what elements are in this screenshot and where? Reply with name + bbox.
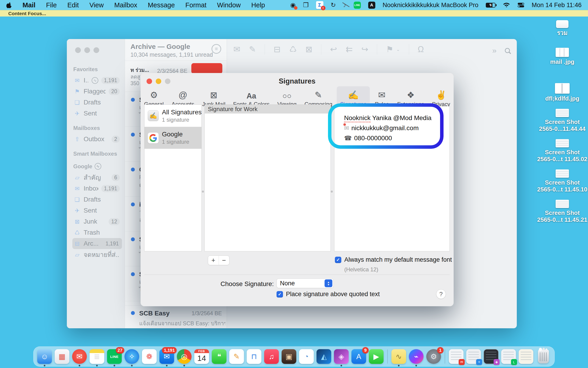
- dock-min-window-gmail[interactable]: ✉: [449, 349, 464, 364]
- dock-messages[interactable]: ❝: [212, 349, 226, 364]
- place-signature-checkbox[interactable]: ✓: [277, 291, 283, 297]
- sidebar-item-inbox-favorite[interactable]: ✉ I... ∿ 1,191: [72, 75, 122, 86]
- signature-name[interactable]: Signature for Work: [205, 105, 330, 113]
- sidebar-item-archive[interactable]: ⊟ Arc... 1,191: [72, 238, 122, 249]
- dock-mail[interactable]: ✉ 1,191: [159, 349, 174, 364]
- menu-item[interactable]: Window: [217, 1, 241, 9]
- sync-status-icon[interactable]: ∿: [95, 163, 101, 170]
- toolbar-overflow-icon[interactable]: »: [492, 46, 497, 55]
- sidebar-item-sent-mail-thai[interactable]: ▱ จดหมายที่ส่...: [72, 249, 122, 260]
- panel-resize-handle[interactable]: [202, 191, 204, 193]
- dock-affinity-photo[interactable]: ◈: [334, 349, 349, 364]
- wifi-icon[interactable]: [503, 2, 510, 8]
- sync-app-status-icon[interactable]: Σ !: [316, 1, 323, 9]
- zoom-button[interactable]: [93, 47, 99, 53]
- dock-line[interactable]: LINE 27: [107, 349, 122, 364]
- dock-safari[interactable]: ✧: [124, 349, 139, 364]
- desktop-file-screenshot-4[interactable]: Screen Shot 2565-0...t 11.45.21: [537, 200, 587, 223]
- menu-item[interactable]: View: [89, 1, 103, 9]
- dock-affinity-designer[interactable]: ◭: [317, 349, 331, 364]
- sidebar-item-inbox[interactable]: ✉ Inbox 1,191: [72, 183, 122, 194]
- menu-item[interactable]: Edit: [67, 1, 79, 9]
- sidebar-item-trash[interactable]: ♺ Trash: [72, 227, 122, 238]
- sidebar-item-sent[interactable]: ✈ Sent: [72, 205, 122, 216]
- remove-signature-button[interactable]: −: [219, 256, 229, 265]
- line-status-icon[interactable]: LINE: [354, 2, 361, 9]
- screen-record-status-icon[interactable]: ◉: [290, 1, 296, 9]
- dock-pages[interactable]: ✎: [229, 349, 244, 364]
- menu-app-name[interactable]: Mail: [22, 1, 35, 9]
- dock-min-window-affinity[interactable]: ◈: [484, 349, 498, 364]
- add-signature-button[interactable]: +: [208, 256, 219, 265]
- message-row-scb-easy[interactable]: SCB Easy 1/3/2564 BE แจ้งเตือนจากแอป SCB…: [125, 305, 227, 328]
- dock-stickies[interactable]: ∿: [391, 349, 406, 364]
- menu-item[interactable]: Help: [251, 1, 265, 9]
- menu-item[interactable]: Message: [148, 1, 175, 9]
- control-center-icon[interactable]: [517, 2, 524, 8]
- apple-menu-icon[interactable]: [6, 2, 12, 8]
- dock-messenger[interactable]: ⌁: [409, 349, 424, 364]
- dock-notes[interactable]: ≣: [90, 349, 104, 364]
- help-button[interactable]: ?: [436, 289, 446, 299]
- minimize-button[interactable]: [84, 47, 90, 53]
- trash-icon[interactable]: ♺: [289, 45, 297, 54]
- sidebar-item-junk[interactable]: ⊠ Junk 12: [72, 216, 122, 227]
- dock-keynote[interactable]: ⊓: [247, 349, 261, 364]
- dock-launchpad[interactable]: ▦: [55, 349, 69, 364]
- sidebar-item-drafts[interactable]: ❏ Drafts: [72, 194, 122, 205]
- reply-all-icon[interactable]: ⇇: [346, 45, 353, 54]
- panel-resize-handle[interactable]: [331, 191, 333, 193]
- signature-group-google[interactable]: Google 1 signature: [144, 127, 201, 149]
- desktop-file-screenshot-3[interactable]: Screen Shot 2565-0...t 11.45.10: [537, 169, 587, 193]
- choose-signature-dropdown[interactable]: None ▴▾: [277, 278, 334, 288]
- menu-item[interactable]: File: [46, 1, 57, 9]
- sidebar-item-sent-favorite[interactable]: ✈ Sent: [72, 108, 122, 119]
- dock-gmail[interactable]: ✉: [72, 349, 87, 364]
- desktop-file-screenshot-2[interactable]: Screen Shot 2565-0...t 11.45.02: [537, 139, 587, 163]
- dock-preview[interactable]: ◔: [299, 349, 314, 364]
- desktop-file-screenshot-1[interactable]: Screen Shot 2565-0...11.44.44: [539, 109, 586, 132]
- sidebar-item-important[interactable]: ▱ สำคัญ 6: [72, 172, 122, 183]
- sidebar-item-drafts-favorite[interactable]: ❏ Drafts: [72, 97, 122, 108]
- dock-calendar[interactable]: FEB 14: [194, 349, 209, 364]
- archive-icon[interactable]: ⊟: [274, 45, 280, 54]
- mute-icon[interactable]: ♪: [343, 2, 346, 9]
- dock-min-window-safari[interactable]: ✧: [466, 349, 481, 364]
- flag-chevron-icon[interactable]: ⌄: [396, 47, 400, 52]
- get-mail-icon[interactable]: ✉: [233, 45, 240, 54]
- filter-icon[interactable]: ≡: [212, 44, 221, 54]
- sidebar-item-flagged[interactable]: ⚑ Flagged 20: [72, 86, 122, 97]
- search-icon[interactable]: [505, 48, 510, 53]
- dock-facetime[interactable]: ▶: [369, 349, 383, 364]
- desktop-file-dflkdlfd-jpg[interactable]: dfl;kdlfd.jpg: [545, 83, 579, 102]
- trash-icon[interactable]: [536, 349, 551, 364]
- sidebar-item-outbox[interactable]: ⇧ Outbox 2: [72, 134, 122, 145]
- signature-group-all[interactable]: ✍ All Signatures 1 signature: [144, 105, 201, 127]
- dock-finder[interactable]: ☺: [37, 349, 52, 364]
- delete-swipe-action[interactable]: [191, 63, 222, 74]
- dock-chrome[interactable]: ◎: [177, 349, 192, 364]
- junk-icon[interactable]: ⊠: [306, 45, 312, 54]
- dock-music[interactable]: ♫: [264, 349, 279, 364]
- dock-min-window-line[interactable]: L: [501, 349, 516, 364]
- dock-system-settings[interactable]: ⚙ 1: [426, 349, 441, 364]
- dock-photos[interactable]: ❁: [142, 349, 157, 364]
- flag-icon[interactable]: ⚑: [386, 45, 393, 54]
- desktop-file-mail-jpg[interactable]: mail .jpg: [550, 48, 574, 65]
- menu-item[interactable]: Format: [185, 1, 206, 9]
- compose-icon[interactable]: ✎: [249, 45, 256, 54]
- dock-app-store[interactable]: A 9: [351, 349, 366, 364]
- reply-icon[interactable]: ↩: [330, 45, 337, 54]
- battery-icon[interactable]: ↯: [486, 3, 495, 8]
- match-font-checkbox[interactable]: ✓: [335, 257, 341, 263]
- input-source-icon[interactable]: A: [368, 2, 375, 9]
- notifications-bell-icon[interactable]: Ω: [418, 45, 424, 54]
- dock-photo-booth[interactable]: ▣: [282, 349, 296, 364]
- menu-item[interactable]: Mailbox: [114, 1, 137, 9]
- sync-spinner-icon[interactable]: ↻: [331, 1, 336, 9]
- forward-icon[interactable]: ↪: [361, 45, 368, 54]
- desktop-file-ruam[interactable]: รวม: [556, 20, 569, 36]
- dock-min-window-notes[interactable]: [519, 349, 533, 364]
- menu-clock[interactable]: Mon 14 Feb 11:46: [532, 2, 582, 9]
- layers-status-icon[interactable]: ❒: [303, 1, 308, 9]
